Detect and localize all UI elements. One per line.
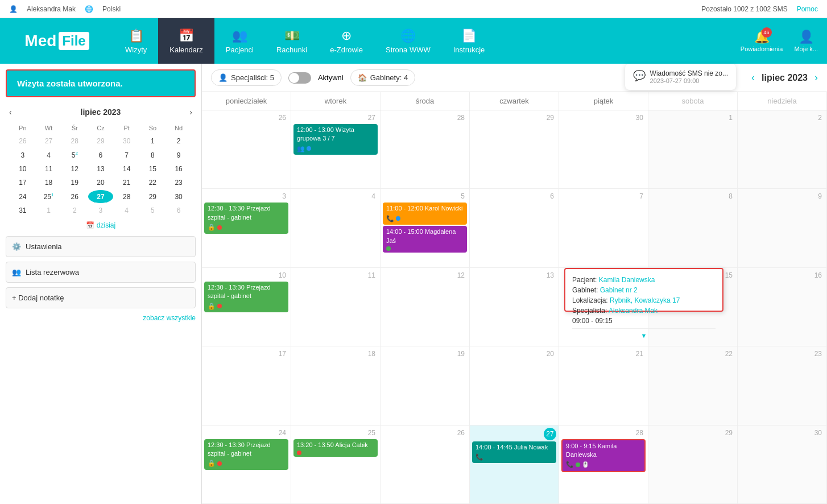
mini-cal-day[interactable]: 7	[114, 148, 139, 162]
event-5-2[interactable]: 14:00 - 15:00 Magdalena Jaś	[383, 226, 467, 253]
cal-cell-23[interactable]: 23	[738, 346, 827, 425]
mini-cal-day[interactable]: 2	[166, 135, 191, 147]
event-5-1[interactable]: 11:00 - 12:00 Karol Nowicki 📞	[383, 203, 467, 225]
popup-patient-value[interactable]: Kamila Daniewska	[599, 276, 655, 284]
mini-cal-day[interactable]: 22	[140, 176, 166, 189]
cal-cell-4[interactable]: 4	[291, 189, 381, 267]
cal-cell-7[interactable]: 7	[559, 189, 648, 267]
mini-cal-day[interactable]: 19	[62, 176, 87, 189]
nav-item-strona[interactable]: 🌐 Strona WWW	[374, 18, 442, 64]
mini-cal-day[interactable]: 10	[10, 163, 35, 175]
mini-cal-day[interactable]: 8	[140, 148, 166, 162]
cal-cell-6[interactable]: 6	[470, 189, 559, 267]
active-toggle[interactable]	[288, 72, 311, 84]
mini-cal-day[interactable]: 4	[114, 204, 139, 217]
help-link[interactable]: Pomoc	[797, 5, 818, 13]
mini-cal-day[interactable]: 29	[88, 135, 113, 147]
mini-cal-day[interactable]: 21	[114, 176, 139, 189]
cal-cell-10[interactable]: 10 12:30 - 13:30 Przejazd szpital - gabi…	[202, 268, 291, 346]
cal-cell-16[interactable]: 16	[738, 268, 827, 346]
mini-cal-day[interactable]: 16	[166, 163, 191, 175]
cal-cell-28b[interactable]: 28 9:00 - 9:15 Kamila Daniewska 📞 🖱️	[559, 425, 648, 504]
mini-cal-day[interactable]: 20	[88, 176, 113, 189]
event-27b-1[interactable]: 14:00 - 14:45 Julia Nowak 📞	[472, 441, 556, 464]
mini-cal-day[interactable]: 6	[88, 148, 113, 162]
event-28b-1[interactable]: 9:00 - 9:15 Kamila Daniewska 📞 🖱️	[561, 439, 646, 472]
mini-cal-day[interactable]: 26	[10, 135, 35, 147]
cal-cell-1[interactable]: 1	[648, 110, 738, 189]
cal-cell-19[interactable]: 19	[381, 346, 470, 425]
cal-cell-12[interactable]: 12	[381, 268, 470, 346]
prev-week-button[interactable]: ‹	[751, 72, 755, 84]
event-25-1[interactable]: 13:20 - 13:50 Alicja Cabik	[293, 439, 378, 457]
cal-cell-13[interactable]: 13 Pacjent: Kamila Daniewska Gabinet: Ga…	[470, 268, 559, 346]
mini-cal-day[interactable]: 12	[62, 163, 87, 175]
specialists-filter[interactable]: 👤 Specjaliści: 5	[211, 69, 282, 86]
event-10-1[interactable]: 12:30 - 13:30 Przejazd szpital - gabinet…	[204, 282, 288, 312]
cal-cell-2[interactable]: 2	[738, 110, 827, 189]
cal-cell-3[interactable]: 3 12:30 - 13:30 Przejazd szpital - gabin…	[202, 189, 291, 267]
settings-button[interactable]: ⚙️ Ustawienia	[6, 236, 196, 257]
mini-cal-day[interactable]: 31	[10, 204, 35, 217]
cal-cell-27[interactable]: 27 12:00 - 13:00 Wizyta grupowa 3 / 7 👥	[291, 110, 381, 189]
nav-item-kalendarz[interactable]: 📅 Kalendarz	[158, 18, 214, 64]
add-note-button[interactable]: + Dodaj notatkę	[6, 287, 196, 308]
next-month-button[interactable]: ›	[189, 108, 192, 117]
mini-cal-day[interactable]: 3	[10, 148, 35, 162]
mini-cal-day[interactable]: 14	[114, 163, 139, 175]
popup-location-value[interactable]: Rybnik, Kowalczyka 17	[610, 296, 680, 304]
nav-item-wizyty[interactable]: 📋 Wizyty	[114, 18, 158, 64]
sms-notification[interactable]: 💬 Wiadomość SMS nie zo... 2023-07-27 09:…	[625, 64, 736, 90]
mini-cal-day[interactable]: 251	[36, 190, 61, 203]
notifications-button[interactable]: 🔔 46 Powiadomienia	[741, 30, 783, 52]
mini-cal-day[interactable]: 29	[140, 190, 166, 203]
cal-cell-28[interactable]: 28	[381, 110, 470, 189]
mini-cal-day[interactable]: 17	[10, 176, 35, 189]
mini-cal-day[interactable]: 11	[36, 163, 61, 175]
prev-month-button[interactable]: ‹	[9, 108, 12, 117]
popup-room-value[interactable]: Gabinet nr 2	[600, 286, 638, 294]
event-27-1[interactable]: 12:00 - 13:00 Wizyta grupowa 3 / 7 👥	[293, 124, 378, 155]
cal-cell-5[interactable]: 5 11:00 - 12:00 Karol Nowicki 📞 14:00 - …	[381, 189, 470, 267]
cal-cell-8[interactable]: 8	[648, 189, 738, 267]
cal-cell-22[interactable]: 22	[648, 346, 738, 425]
mini-cal-day[interactable]: 28	[62, 135, 87, 147]
cal-cell-26b[interactable]: 26	[381, 425, 470, 504]
mini-cal-day[interactable]: 28	[114, 190, 139, 203]
mini-cal-day[interactable]: 30	[166, 190, 191, 203]
nav-item-instrukcje[interactable]: 📄 Instrukcje	[442, 18, 497, 64]
mini-cal-day[interactable]: 23	[166, 176, 191, 189]
reserve-list-button[interactable]: 👥 Lista rezerwowa	[6, 262, 196, 283]
cal-cell-11[interactable]: 11	[291, 268, 381, 346]
mini-cal-day[interactable]: 26	[62, 190, 87, 203]
event-24-1[interactable]: 12:30 - 13:30 Przejazd szpital - gabinet…	[204, 439, 288, 470]
mini-cal-day[interactable]: 9	[166, 148, 191, 162]
username[interactable]: Aleksandra Mak	[27, 5, 76, 13]
nav-item-rachunki[interactable]: 💵 Rachunki	[265, 18, 319, 64]
logo[interactable]: Med File	[0, 18, 114, 64]
cal-cell-17[interactable]: 17	[202, 346, 291, 425]
mini-cal-day[interactable]: 18	[36, 176, 61, 189]
cal-cell-25[interactable]: 25 13:20 - 13:50 Alicja Cabik	[291, 425, 381, 504]
mini-cal-day[interactable]: 2	[62, 204, 87, 217]
cal-cell-26[interactable]: 26	[202, 110, 291, 189]
mini-cal-day[interactable]: 5	[140, 204, 166, 217]
mini-cal-day[interactable]: 1	[140, 135, 166, 147]
cal-cell-29[interactable]: 29	[470, 110, 559, 189]
mini-cal-day[interactable]: 27	[88, 190, 113, 203]
language[interactable]: Polski	[102, 5, 121, 13]
event-3-1[interactable]: 12:30 - 13:30 Przejazd szpital - gabinet…	[204, 203, 288, 233]
mini-cal-day[interactable]: 30	[114, 135, 139, 147]
cal-cell-18[interactable]: 18	[291, 346, 381, 425]
cal-cell-30b[interactable]: 30	[738, 425, 827, 504]
mini-cal-day[interactable]: 27	[36, 135, 61, 147]
mini-cal-day[interactable]: 15	[140, 163, 166, 175]
rooms-filter[interactable]: 🏠 Gabinety: 4	[350, 69, 416, 86]
cal-cell-9[interactable]: 9	[738, 189, 827, 267]
cal-cell-20[interactable]: 20	[470, 346, 559, 425]
profile-button[interactable]: 👤 Moje k...	[794, 30, 818, 52]
see-all-link[interactable]: zobacz wszystkie	[0, 311, 201, 325]
mini-cal-day[interactable]: 1	[36, 204, 61, 217]
cal-cell-27b[interactable]: 27 14:00 - 14:45 Julia Nowak 📞	[470, 425, 559, 504]
nav-item-pacjenci[interactable]: 👥 Pacjenci	[214, 18, 265, 64]
